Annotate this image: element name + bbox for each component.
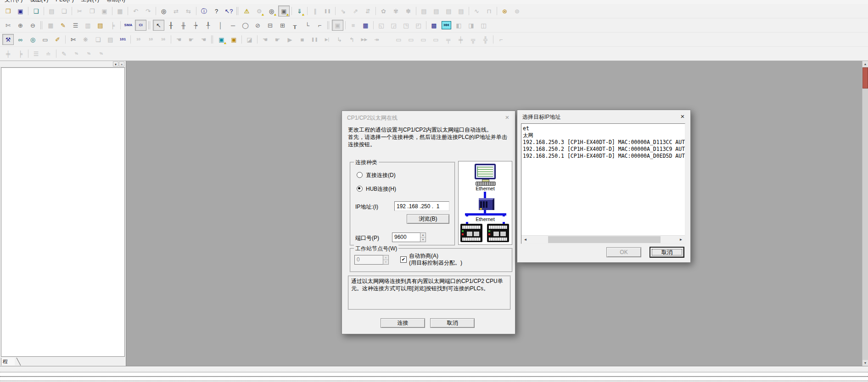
ip-address-input[interactable] — [394, 201, 449, 211]
set-password-button[interactable]: ⊚ — [511, 6, 523, 17]
plc-memory-4-button[interactable]: ▤ — [455, 6, 467, 17]
select-mode-button[interactable]: ↖ — [153, 20, 164, 31]
dock-toggle-button[interactable]: ▾ — [113, 61, 118, 66]
menu-item[interactable]: 工具(T) — [78, 0, 103, 4]
io-dialog-button[interactable]: 101 — [117, 34, 129, 45]
style-pen-button[interactable]: ✎ — [58, 48, 70, 59]
auto-negotiate-label[interactable]: 自动协商(A) (用目标控制器分配。) — [409, 253, 462, 266]
port-down-icon[interactable]: ▼ — [420, 238, 426, 242]
print-button[interactable]: ▤ — [46, 6, 57, 17]
outdent-rung-button[interactable]: ╪ — [2, 48, 14, 59]
dialog1-titlebar[interactable]: CP1/CP2以太网在线 × — [342, 111, 515, 124]
pause-monitoring-button[interactable]: ∥ — [309, 6, 321, 17]
closed-coil-button[interactable]: ⊘ — [252, 20, 263, 31]
instruction-button[interactable]: ⊟ — [264, 20, 276, 31]
io-comment-button[interactable]: ❏ — [92, 34, 104, 45]
io-table-2-button[interactable]: ▭ — [405, 34, 417, 45]
mnemonic-view-button[interactable]: ✎ — [57, 20, 69, 31]
memory-view-button[interactable]: SMA — [123, 20, 134, 31]
cut-button[interactable]: ✂ — [74, 6, 85, 17]
hscroll-right-icon[interactable]: ► — [677, 236, 685, 244]
signed-decimal-button[interactable]: 10 — [145, 34, 157, 45]
immediate-instruction-button[interactable]: ┰ — [289, 20, 301, 31]
dialog2-titlebar[interactable]: 选择目标IP地址 × — [517, 110, 690, 123]
pause-button[interactable]: ❚❚ — [322, 6, 333, 17]
binary-monitor-button[interactable]: ▩ — [428, 20, 440, 31]
io-table-3-button[interactable]: ▭ — [418, 34, 429, 45]
ladder-window-button[interactable]: ⚒ — [2, 34, 14, 45]
local-window-button[interactable]: ▭ — [39, 34, 51, 45]
set-breakpoint-button[interactable]: ☚ — [259, 34, 271, 45]
percent-1-button[interactable]: % — [71, 48, 82, 59]
set-value-button[interactable]: ◰ — [413, 20, 424, 31]
simulator-window-button[interactable]: ◪ — [244, 34, 255, 45]
inverted-instruction-button[interactable]: ⊞ — [277, 20, 288, 31]
decimal-format-button[interactable]: 10 — [133, 34, 144, 45]
contact-or-no-button[interactable]: ┾ — [190, 20, 202, 31]
undo-button[interactable]: ↶ — [130, 6, 141, 17]
rung-tree-button[interactable]: ╞ — [107, 20, 118, 31]
auto-negotiate-checkbox[interactable]: ✔ — [400, 256, 407, 263]
stack-monitor-button[interactable]: ≡ — [347, 20, 359, 31]
redo-button[interactable]: ↷ — [142, 6, 154, 17]
io-table-1-button[interactable]: ▭ — [393, 34, 404, 45]
plc-memory-1-button[interactable]: ▤ — [418, 6, 430, 17]
download-to-plc-button[interactable]: ⇘ — [337, 6, 349, 17]
coil-button[interactable]: ◯ — [240, 20, 251, 31]
step-out-button[interactable]: ↰ — [346, 34, 358, 45]
output-row-2[interactable] — [0, 376, 868, 381]
watch-sheet-2-button[interactable]: ◨ — [465, 20, 477, 31]
align-top-button[interactable]: ≐ — [43, 48, 54, 59]
vscroll-thumb[interactable] — [862, 67, 868, 89]
page-setup-button[interactable]: ❑ — [30, 6, 42, 17]
menu-item[interactable]: 视图(V) — [26, 0, 52, 4]
zoom-in-button[interactable]: ⊕ — [15, 20, 26, 31]
sim-run-button[interactable]: ▶ — [284, 34, 296, 45]
continuous-step-button[interactable]: ▶▶ — [358, 34, 370, 45]
print-preview-button[interactable]: ❏ — [58, 6, 70, 17]
percent-3-button[interactable]: % — [95, 48, 107, 59]
info-button[interactable]: ⓘ — [198, 6, 210, 17]
port-up-icon[interactable]: ▲ — [420, 233, 426, 238]
align-list-button[interactable]: ☰ — [30, 48, 42, 59]
hscroll-left-icon[interactable]: ◄ — [521, 236, 529, 244]
sim-stop-button[interactable]: ■ — [297, 34, 308, 45]
watch-sheet-3-button[interactable]: ◫ — [478, 20, 489, 31]
device-list-item[interactable]: 192.168.250.2 [CP1H-EX40DT-D] MAC:00000A… — [521, 146, 685, 153]
connect-button[interactable]: 连接 — [381, 318, 425, 328]
dialog2-close-icon[interactable]: × — [675, 110, 690, 123]
dialog1-cancel-button[interactable]: 取消 — [430, 318, 475, 328]
compare-with-plc-button[interactable]: ⇵ — [362, 6, 374, 17]
simulator-transfer-button[interactable]: ▣ — [228, 34, 240, 45]
direct-connection-label[interactable]: 直接连接(D) — [366, 172, 396, 179]
block-end-button[interactable]: └ — [302, 20, 313, 31]
sim-pause-button[interactable]: ❚❚ — [309, 34, 320, 45]
online-network-browse-button[interactable]: ◎▲ — [266, 6, 277, 17]
force-off-button[interactable]: ◲ — [388, 20, 399, 31]
clear-breakpoints-button[interactable]: ☛ — [272, 34, 283, 45]
protect-release-button[interactable]: ✾ — [390, 6, 402, 17]
watch-view-button[interactable]: ∞ — [15, 34, 26, 45]
close-workspace-button[interactable]: × — [119, 61, 124, 66]
step-run-button[interactable]: ▶| — [321, 34, 333, 45]
menu-item[interactable]: 文件(F) — [1, 0, 26, 4]
copy-button[interactable]: ❐ — [86, 6, 98, 17]
io-table-4-button[interactable]: ▭ — [430, 34, 442, 45]
grid-toggle-button[interactable]: ▦ — [45, 20, 56, 31]
rack-2-button[interactable]: ╪ — [455, 34, 466, 45]
vertical-line-button[interactable]: │ — [215, 20, 226, 31]
rung-comment-list-button[interactable]: ▤ — [105, 34, 116, 45]
browse-button[interactable]: 浏览(B) — [407, 214, 449, 224]
watch-sheet-1-button[interactable]: ◧ — [453, 20, 465, 31]
direct-connection-radio[interactable] — [357, 172, 363, 178]
rack-1-button[interactable]: ╤ — [442, 34, 454, 45]
paste-button[interactable]: ▣ — [99, 6, 110, 17]
find-button[interactable]: ◎ — [158, 6, 169, 17]
open-project-button[interactable]: ❒ — [2, 6, 14, 17]
monitor-hold-3-button[interactable]: ☚ — [198, 34, 209, 45]
clock-pulse-monitor-button[interactable]: ▦ — [360, 20, 371, 31]
menu-item[interactable]: PLC(P) — [52, 0, 77, 4]
context-help-button[interactable]: ↖? — [223, 6, 235, 17]
hscroll-thumb[interactable] — [548, 236, 661, 243]
step-in-button[interactable]: ↳ — [334, 34, 345, 45]
